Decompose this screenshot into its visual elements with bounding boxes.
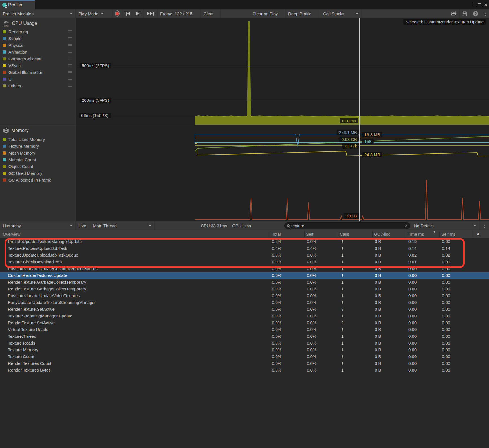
call-stacks-dropdown[interactable]: Call Stacks bbox=[320, 9, 362, 18]
gridline-label-500ms: 500ms (2FPS) bbox=[80, 63, 111, 68]
next-frame-button[interactable] bbox=[133, 9, 144, 18]
table-row[interactable]: Texture.Thread 0.0% 0.0% 1 0 B 0.00 0.00 bbox=[0, 333, 489, 340]
table-row[interactable]: TextureStreamingManager.Update 0.0% 0.0%… bbox=[0, 313, 489, 319]
legend-item[interactable]: Object Count bbox=[3, 163, 74, 170]
legend-item[interactable]: Animation bbox=[3, 48, 74, 55]
thread-dropdown[interactable]: Main Thread bbox=[90, 221, 155, 230]
legend-item[interactable]: Physics bbox=[3, 42, 74, 48]
live-toggle[interactable]: Live bbox=[76, 221, 90, 230]
table-row[interactable]: Render Textures Bytes 0.0% 0.0% 1 0 B 0.… bbox=[0, 367, 489, 374]
col-gc-alloc[interactable]: GC Alloc bbox=[374, 230, 390, 238]
legend-swatch bbox=[3, 50, 6, 54]
search-input[interactable] bbox=[291, 223, 403, 228]
table-row[interactable]: CustomRenderTextures.Update 0.0% 0.0% 1 … bbox=[0, 272, 489, 279]
drag-handle-icon[interactable] bbox=[68, 44, 72, 47]
cpu-module-header[interactable]: CPU CPU Usage bbox=[3, 20, 37, 27]
toolbar: Profiler Modules Play Mode Frame: 122 / … bbox=[0, 9, 489, 18]
legend-item[interactable]: Rendering bbox=[3, 28, 74, 35]
legend-swatch bbox=[3, 64, 6, 67]
clear-on-play-button[interactable]: Clear on Play bbox=[250, 9, 285, 18]
legend-item[interactable]: Material Count bbox=[3, 156, 74, 163]
current-frame-button[interactable] bbox=[144, 9, 157, 18]
table-header: Overview Total Self Calls GC Alloc Time … bbox=[0, 230, 489, 238]
play-mode-dropdown[interactable]: Play Mode bbox=[76, 9, 112, 18]
legend-swatch bbox=[3, 145, 6, 148]
legend-item[interactable]: GC Allocated In Frame bbox=[3, 176, 74, 183]
drag-handle-icon[interactable] bbox=[68, 85, 72, 87]
help-button[interactable]: ? bbox=[470, 9, 481, 18]
legend-item[interactable]: Mesh Memory bbox=[3, 149, 74, 156]
legend-item[interactable]: Total Used Memory bbox=[3, 136, 74, 143]
legend-item[interactable]: Others bbox=[3, 82, 74, 89]
table-row[interactable]: Texture Memory 0.0% 0.0% 1 0 B 0.00 0.00 bbox=[0, 347, 489, 353]
profiler-modules-dropdown[interactable]: Profiler Modules bbox=[0, 9, 76, 18]
table-row[interactable]: RenderTexture.SetActive 0.0% 0.0% 2 0 B … bbox=[0, 319, 489, 326]
drag-handle-icon[interactable] bbox=[68, 30, 72, 33]
table-row[interactable]: RenderTexture.SetActive 0.0% 0.0% 3 0 B … bbox=[0, 306, 489, 313]
legend-item[interactable]: Scripts bbox=[3, 35, 74, 42]
legend-item[interactable]: GC Used Memory bbox=[3, 170, 74, 176]
drag-handle-icon[interactable] bbox=[68, 51, 72, 54]
col-total[interactable]: Total bbox=[272, 230, 281, 238]
cpu-time-stat: CPU:33.31ms bbox=[201, 223, 227, 228]
profiler-window: Profiler × Profiler Modules Play Mode bbox=[0, 0, 489, 448]
close-icon[interactable]: × bbox=[483, 0, 489, 9]
view-mode-dropdown[interactable]: Hierarchy bbox=[0, 221, 76, 230]
legend-item[interactable]: Global Illumination bbox=[3, 69, 74, 76]
gridline-label-200ms: 200ms (5FPS) bbox=[80, 98, 111, 103]
col-calls[interactable]: Calls bbox=[340, 230, 349, 238]
sort-indicator-icon: ▼ bbox=[433, 231, 436, 233]
col-self[interactable]: Self bbox=[306, 230, 313, 238]
table-row[interactable]: RenderTexture.GarbageCollectTemporary 0.… bbox=[0, 279, 489, 286]
clear-button[interactable]: Clear bbox=[201, 9, 221, 18]
cpu-chart[interactable]: 500ms (2FPS) 200ms (5FPS) 66ms (15FPS) 0… bbox=[76, 18, 489, 125]
charts-area: CPU CPU Usage Rendering bbox=[0, 18, 489, 221]
cpu-gauge-icon: CPU bbox=[3, 20, 10, 27]
details-menu-button[interactable] bbox=[479, 221, 489, 230]
table-row[interactable]: RenderTexture.GarbageCollectTemporary 0.… bbox=[0, 286, 489, 292]
drag-handle-icon[interactable] bbox=[68, 78, 72, 81]
table-row[interactable]: Texture Reads 0.0% 0.0% 1 0 B 0.00 0.00 bbox=[0, 340, 489, 347]
drag-handle-icon[interactable] bbox=[68, 37, 72, 40]
search-box[interactable]: × bbox=[284, 222, 410, 229]
legend-swatch bbox=[3, 71, 6, 74]
maximize-icon[interactable] bbox=[476, 0, 483, 9]
legend-swatch bbox=[3, 44, 6, 47]
drag-handle-icon[interactable] bbox=[68, 71, 72, 74]
deep-profile-button[interactable]: Deep Profile bbox=[285, 9, 320, 18]
col-self-ms[interactable]: Self ms bbox=[441, 230, 455, 238]
memory-chart[interactable]: 273.1 MB 0.93 GB 11.77k 16.3 MB 158 24.8… bbox=[76, 126, 489, 221]
legend-item[interactable]: UI bbox=[3, 76, 74, 82]
clear-search-icon[interactable]: × bbox=[405, 223, 408, 228]
selected-sample-badge: Selected: CustomRenderTextures.Update bbox=[403, 19, 486, 25]
chevron-down-icon bbox=[149, 225, 151, 226]
col-time-ms[interactable]: Time ms bbox=[408, 230, 424, 238]
save-profile-button[interactable] bbox=[460, 9, 470, 18]
load-profile-button[interactable] bbox=[448, 9, 460, 18]
window-menu-icon[interactable] bbox=[469, 0, 475, 9]
table-row[interactable]: EarlyUpdate.UpdateTextureStreamingManage… bbox=[0, 299, 489, 306]
drag-handle-icon[interactable] bbox=[68, 64, 72, 67]
legend-item[interactable]: GarbageCollector bbox=[3, 55, 74, 62]
mem-label-object-count: 11.77k bbox=[342, 143, 359, 149]
prev-frame-button[interactable] bbox=[122, 9, 133, 18]
legend-swatch bbox=[3, 37, 6, 40]
details-dropdown[interactable]: No Details bbox=[411, 221, 479, 230]
drag-handle-icon[interactable] bbox=[68, 58, 72, 60]
legend-swatch bbox=[3, 57, 6, 60]
legend-item[interactable]: Texture Memory bbox=[3, 143, 74, 149]
col-overview[interactable]: Overview bbox=[3, 230, 21, 238]
expand-column-icon[interactable]: ▲ bbox=[476, 231, 480, 236]
tab-profiler[interactable]: Profiler bbox=[0, 0, 35, 9]
table-row[interactable]: Virtual Texture Reads 0.0% 0.0% 1 0 B 0.… bbox=[0, 326, 489, 333]
legend-item[interactable]: VSync bbox=[3, 62, 74, 69]
record-button[interactable] bbox=[112, 9, 122, 18]
pointer-icon bbox=[358, 134, 360, 136]
playhead-line[interactable] bbox=[359, 18, 360, 221]
table-row[interactable]: Render Textures Count 0.0% 0.0% 1 0 B 0.… bbox=[0, 360, 489, 367]
hierarchy-table: PreLateUpdate.TextureManagerUpdate 0.5% … bbox=[0, 238, 489, 448]
toolbar-menu-button[interactable] bbox=[481, 9, 489, 18]
table-row[interactable]: PostLateUpdate.UpdateVideoTextures 0.0% … bbox=[0, 292, 489, 299]
table-row[interactable]: Texture Count 0.0% 0.0% 1 0 B 0.00 0.00 bbox=[0, 353, 489, 360]
memory-module-header[interactable]: Memory bbox=[3, 127, 28, 134]
